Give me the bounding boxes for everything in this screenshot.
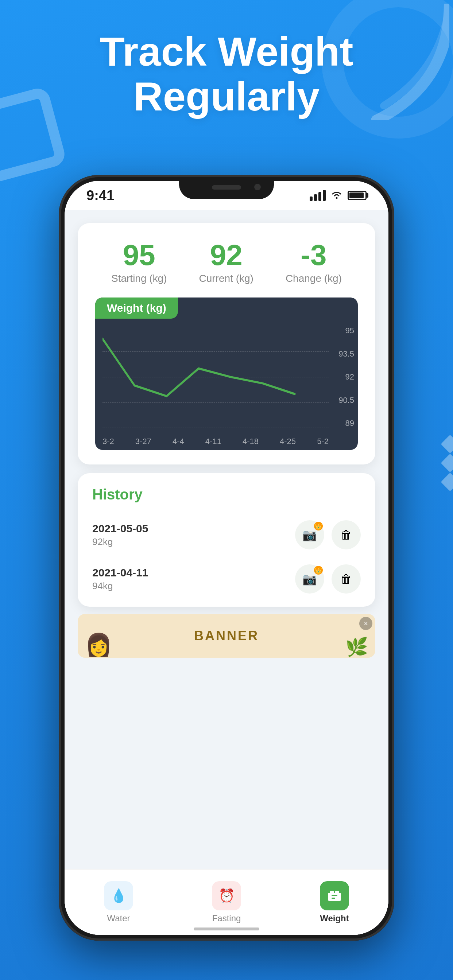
svg-rect-2 <box>330 891 334 894</box>
current-value: 92 <box>199 240 254 270</box>
photo-btn-0[interactable]: 📷 👑 <box>295 520 324 549</box>
badge-1: 👑 <box>314 566 323 574</box>
history-item-0: 2021-05-05 92kg 📷 👑 🗑 <box>92 513 361 557</box>
x-axis-labels: 3-2 3-27 4-4 4-11 4-18 4-25 5-2 <box>102 437 329 446</box>
x-label-0: 3-2 <box>102 437 114 446</box>
y-label-1: 93.5 <box>338 349 354 359</box>
x-label-2: 4-4 <box>172 437 184 446</box>
status-time: 9:41 <box>86 188 114 204</box>
history-actions-1: 📷 👑 🗑 <box>295 565 361 593</box>
stats-card: 95 Starting (kg) 92 Current (kg) -3 Chan… <box>78 223 375 465</box>
delete-btn-0[interactable]: 🗑 <box>332 520 361 549</box>
stat-current: 92 Current (kg) <box>199 240 254 285</box>
phone-notch <box>179 181 274 199</box>
background: Track Weight Regularly 9:41 <box>0 0 453 980</box>
camera-icon-1: 📷 <box>302 572 317 586</box>
history-date-0: 2021-05-05 <box>92 522 148 535</box>
notch-speaker <box>212 185 241 189</box>
fasting-nav-icon: ⏰ <box>212 881 241 910</box>
hero-section: Track Weight Regularly <box>0 29 453 119</box>
notch-camera <box>254 184 261 190</box>
nav-item-water[interactable]: 💧 Water <box>104 881 133 923</box>
status-icons <box>309 189 367 202</box>
water-nav-label: Water <box>107 913 130 923</box>
history-item-info-1: 2021-04-11 94kg <box>92 566 148 592</box>
y-label-3: 90.5 <box>338 396 354 405</box>
banner-leaves: 🌿 <box>345 636 368 658</box>
stat-starting: 95 Starting (kg) <box>111 240 167 285</box>
history-weight-1: 94kg <box>92 581 148 592</box>
y-axis-labels: 95 93.5 92 90.5 89 <box>338 326 354 428</box>
banner-figure: 👩 <box>85 632 112 658</box>
history-weight-0: 92kg <box>92 536 148 547</box>
y-label-2: 92 <box>338 372 354 382</box>
signal-icon <box>309 190 326 201</box>
fasting-nav-label: Fasting <box>212 913 241 923</box>
starting-value: 95 <box>111 240 167 270</box>
wifi-icon <box>331 189 343 202</box>
x-label-1: 3-27 <box>135 437 152 446</box>
trash-icon-1: 🗑 <box>340 573 352 586</box>
weight-nav-label: Weight <box>320 913 349 923</box>
trash-icon-0: 🗑 <box>340 528 352 542</box>
deco-diamonds <box>443 438 453 488</box>
battery-icon <box>348 191 367 200</box>
x-label-3: 4-11 <box>205 437 222 446</box>
hero-title: Track Weight Regularly <box>29 29 424 119</box>
history-date-1: 2021-04-11 <box>92 566 148 579</box>
svg-rect-4 <box>332 895 337 896</box>
diamond-2 <box>441 454 453 473</box>
banner: 👩 BANNER 🌿 × <box>78 614 375 658</box>
camera-icon-0: 📷 <box>302 528 317 542</box>
phone-mockup: 9:41 <box>59 175 394 940</box>
history-item-info-0: 2021-05-05 92kg <box>92 522 148 547</box>
y-label-0: 95 <box>338 326 354 336</box>
weight-chart: Weight (kg) <box>95 298 358 450</box>
x-label-5: 4-25 <box>280 437 296 446</box>
x-label-6: 5-2 <box>317 437 329 446</box>
close-icon: × <box>364 619 368 628</box>
chart-title: Weight (kg) <box>107 302 166 314</box>
chart-line-svg <box>102 326 329 428</box>
delete-btn-1[interactable]: 🗑 <box>332 565 361 593</box>
phone-screen: 9:41 <box>65 181 388 935</box>
photo-btn-1[interactable]: 📷 👑 <box>295 565 324 593</box>
stat-change: -3 Change (kg) <box>286 240 342 285</box>
y-label-4: 89 <box>338 418 354 428</box>
x-label-4: 4-18 <box>242 437 258 446</box>
svg-rect-1 <box>328 893 341 901</box>
diamond-3 <box>441 473 453 492</box>
starting-label: Starting (kg) <box>111 273 167 285</box>
badge-0: 👑 <box>314 522 323 530</box>
svg-rect-3 <box>335 891 339 894</box>
chart-body: 95 93.5 92 90.5 89 <box>95 319 358 450</box>
chart-header: Weight (kg) <box>95 298 178 319</box>
banner-text: BANNER <box>194 628 259 643</box>
history-section: History 2021-05-05 92kg 📷 👑 <box>78 473 375 607</box>
change-value: -3 <box>286 240 342 270</box>
bottom-nav: 💧 Water ⏰ Fasting <box>65 869 388 935</box>
history-actions-0: 📷 👑 🗑 <box>295 520 361 549</box>
svg-point-0 <box>336 197 338 199</box>
nav-item-fasting[interactable]: ⏰ Fasting <box>212 881 241 923</box>
history-title: History <box>92 486 361 503</box>
banner-close-button[interactable]: × <box>359 617 372 630</box>
stats-row: 95 Starting (kg) 92 Current (kg) -3 Chan… <box>95 240 358 285</box>
current-label: Current (kg) <box>199 273 254 285</box>
nav-item-weight[interactable]: Weight <box>320 881 349 923</box>
weight-nav-icon <box>320 881 349 910</box>
svg-rect-5 <box>332 897 335 899</box>
water-nav-icon: 💧 <box>104 881 133 910</box>
diamond-1 <box>441 435 453 453</box>
home-indicator <box>194 928 259 931</box>
change-label: Change (kg) <box>286 273 342 285</box>
history-item-1: 2021-04-11 94kg 📷 👑 🗑 <box>92 557 361 593</box>
app-content: 95 Starting (kg) 92 Current (kg) -3 Chan… <box>65 210 388 935</box>
